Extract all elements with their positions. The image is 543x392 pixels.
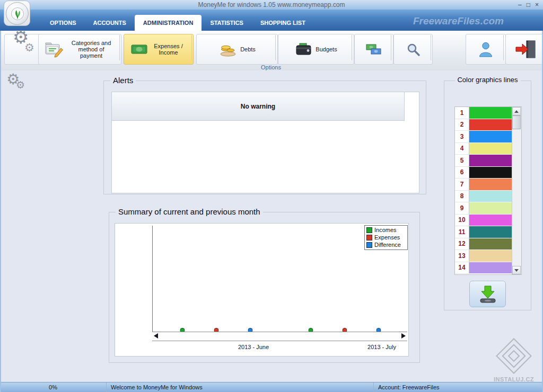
debts-button[interactable]: Debts (196, 34, 278, 65)
search-icon (406, 42, 421, 57)
exit-door-icon (514, 40, 537, 59)
color-line-swatch[interactable] (469, 226, 512, 238)
legend-item: Expenses (366, 234, 406, 241)
color-line-row[interactable]: 5 (455, 155, 512, 167)
color-line-swatch[interactable] (469, 131, 512, 143)
toolbar-group-label: Options (124, 64, 418, 70)
scroll-left-arrow-icon[interactable] (154, 333, 158, 338)
scroll-down-button[interactable] (512, 266, 521, 274)
color-line-number: 3 (455, 131, 469, 143)
tab-accounts[interactable]: ACCOUNTS (85, 15, 135, 31)
status-account-section: Account: FreewareFiles (374, 382, 543, 392)
alerts-groupbox: Alerts No warning (103, 81, 426, 194)
tab-shopping-list[interactable]: SHOPPING LIST (252, 15, 314, 31)
legend-swatch (366, 235, 372, 240)
color-line-number: 2 (455, 119, 469, 131)
color-line-number: 10 (455, 215, 469, 227)
titlebar: MoneyMe for windows 1.05 www.moneymeapp.… (0, 0, 543, 10)
summary-groupbox: Summary of current and previous month In… (109, 212, 420, 363)
color-line-number: 9 (455, 202, 469, 215)
color-line-swatch[interactable] (469, 202, 512, 215)
status-message: Welcome to MoneyMe for Windows (111, 384, 203, 390)
legend-label: Difference (374, 242, 401, 248)
status-message-section: Welcome to MoneyMe for Windows (107, 382, 374, 392)
scrollbar-thumb[interactable] (512, 115, 521, 129)
color-line-swatch[interactable] (469, 238, 512, 251)
color-line-row[interactable]: 12 (455, 238, 512, 251)
toolbar-separator (275, 35, 276, 60)
color-line-number: 1 (455, 107, 469, 119)
alerts-title: Alerts (110, 76, 136, 85)
window-title: MoneyMe for windows 1.05 www.moneymeapp.… (198, 1, 345, 8)
expenses-income-button[interactable]: Expenses / Income (124, 34, 194, 65)
color-line-swatch[interactable] (469, 262, 512, 274)
color-line-row[interactable]: 7 (455, 179, 512, 191)
budgets-button[interactable]: Budgets (278, 34, 354, 65)
save-colors-button[interactable] (469, 281, 506, 307)
exit-button[interactable] (505, 34, 543, 65)
toolbar-separator (391, 35, 391, 60)
color-line-row[interactable]: 10 (455, 215, 512, 227)
color-line-swatch[interactable] (469, 155, 512, 167)
tab-options[interactable]: OPTIONS (41, 15, 85, 31)
scroll-up-button[interactable] (512, 107, 521, 115)
color-line-number: 7 (455, 179, 469, 191)
alerts-table-header: No warning (112, 92, 405, 121)
scroll-right-arrow-icon[interactable] (401, 333, 406, 338)
color-line-row[interactable]: 6 (455, 167, 512, 179)
color-line-row[interactable]: 4 (455, 143, 512, 155)
transfer-button[interactable] (354, 34, 393, 65)
toolbar-separator (191, 35, 192, 60)
alerts-table: No warning (111, 92, 419, 193)
color-line-swatch[interactable] (469, 179, 512, 191)
color-line-number: 6 (455, 167, 469, 179)
color-line-swatch[interactable] (469, 215, 512, 227)
chart-scrollbar[interactable] (152, 332, 407, 341)
search-button[interactable] (393, 34, 433, 65)
settings-button[interactable]: ⚙⚙ (4, 34, 43, 65)
color-rows: 1234567891011121314 (455, 107, 512, 274)
color-line-swatch[interactable] (469, 167, 512, 179)
x-axis-label: 2013 - June (238, 344, 269, 350)
color-line-row[interactable]: 8 (455, 191, 512, 203)
color-line-row[interactable]: 3 (455, 131, 512, 143)
color-list-scrollbar[interactable] (512, 107, 521, 274)
window-frame-left (0, 31, 1, 392)
plant-logo-glyph (11, 7, 24, 21)
color-line-swatch[interactable] (469, 250, 512, 262)
color-line-number: 11 (455, 226, 469, 238)
budgets-wallet-icon (295, 42, 313, 57)
expenses-income-button-label: Expenses / Income (151, 43, 187, 56)
debts-button-label: Debts (240, 46, 256, 52)
color-lines-list: 1234567891011121314 (454, 106, 522, 275)
status-progress-section: 0% (0, 382, 107, 392)
money-transfer-icon (366, 43, 382, 56)
minimize-button[interactable]: – (518, 0, 522, 10)
legend-item: Incomes (366, 227, 406, 234)
tab-administration[interactable]: ADMINISTRATION (135, 15, 202, 31)
color-line-row[interactable]: 13 (455, 250, 512, 262)
close-button[interactable]: × (535, 0, 539, 10)
maximize-button[interactable]: □ (527, 0, 530, 10)
color-line-row[interactable]: 14 (455, 262, 512, 274)
color-line-swatch[interactable] (469, 191, 512, 203)
toolbar-separator (352, 35, 352, 60)
color-line-swatch[interactable] (469, 143, 512, 155)
toolbar-separator (431, 35, 431, 60)
user-button[interactable] (466, 34, 506, 65)
color-line-row[interactable]: 9 (455, 202, 512, 215)
color-line-row[interactable]: 2 (455, 119, 512, 131)
color-line-row[interactable]: 11 (455, 226, 512, 238)
color-line-swatch[interactable] (469, 107, 512, 119)
toolbar: ⚙⚙ Categories and method of payment Expe… (0, 31, 543, 71)
instaluj-watermark: INSTALUJ.CZ (491, 339, 537, 382)
color-line-row[interactable]: 1 (455, 107, 512, 119)
color-lines-title: Color graphics lines (454, 76, 520, 84)
legend-item: Difference (366, 242, 406, 248)
color-line-number: 5 (455, 155, 469, 167)
categories-button[interactable]: Categories and method of payment (38, 34, 121, 65)
categories-folder-icon (44, 40, 64, 59)
x-axis-label: 2013 - July (367, 344, 396, 350)
tab-statistics[interactable]: STATISTICS (202, 15, 252, 31)
color-line-swatch[interactable] (469, 119, 512, 131)
